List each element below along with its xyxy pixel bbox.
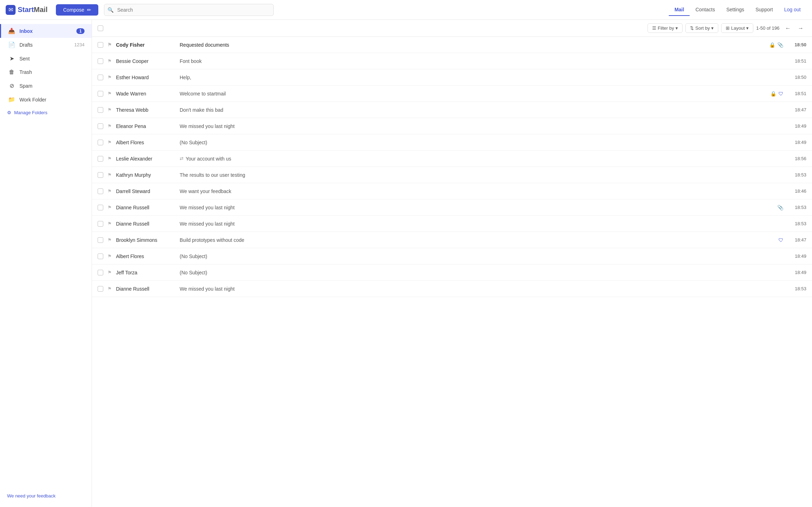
spam-icon: ⊘ [8,82,15,89]
email-flag[interactable]: ⚑ [107,286,112,292]
email-row[interactable]: ⚑Brooklyn SimmonsBuild prototypes withou… [92,232,812,248]
email-flag[interactable]: ⚑ [107,75,112,80]
sort-label: Sort by [695,25,710,31]
nav-mail[interactable]: Mail [669,4,690,16]
email-subject: We want your feedback [180,188,780,194]
compose-icon: ✏ [87,7,91,13]
email-flag[interactable]: ⚑ [107,254,112,259]
email-checkbox[interactable] [98,237,103,243]
email-flag[interactable]: ⚑ [107,270,112,275]
email-checkbox[interactable] [98,123,103,129]
email-row[interactable]: ⚑Esther HowardHelp,18:50 [92,69,812,86]
email-flag[interactable]: ⚑ [107,156,112,162]
email-flag[interactable]: ⚑ [107,58,112,64]
filter-button[interactable]: ☰ Filter by ▾ [648,23,683,33]
email-row[interactable]: ⚑Jeff Torza(No Subject)18:49 [92,264,812,281]
sidebar-item-drafts[interactable]: 📄 Drafts 1234 [0,38,92,52]
logo: ✉ StartMail [6,5,47,15]
email-subject: We missed you last night [180,123,780,129]
email-checkbox[interactable] [98,58,103,64]
email-checkbox[interactable] [98,91,103,97]
layout-button[interactable]: ⊞ Layout ▾ [721,23,753,33]
email-checkbox[interactable] [98,107,103,113]
sidebar-item-workfolder[interactable]: 📁 Work Folder [0,93,92,106]
compose-button[interactable]: Compose ✏ [56,4,98,16]
email-status-icons: 🔒🛡 [770,91,783,97]
email-flag[interactable]: ⚑ [107,205,112,210]
email-time: 18:50 [787,42,806,47]
email-time: 18:47 [787,237,806,243]
email-checkbox[interactable] [98,156,103,162]
compose-label: Compose [63,7,84,13]
email-checkbox[interactable] [98,205,103,210]
nav-support[interactable]: Support [750,4,778,16]
email-time: 18:49 [787,140,806,145]
search-input[interactable] [104,4,274,16]
email-row[interactable]: ⚑Albert Flores(No Subject)18:49 [92,248,812,264]
sidebar-item-sent[interactable]: ➤ Sent [0,52,92,65]
email-flag[interactable]: ⚑ [107,237,112,243]
email-row[interactable]: ⚑Darrell StewardWe want your feedback18:… [92,183,812,199]
feedback-link[interactable]: We need your feedback [7,493,56,499]
email-flag[interactable]: ⚑ [107,107,112,113]
email-flag[interactable]: ⚑ [107,172,112,178]
sort-icon: ⇅ [690,25,694,31]
prev-page-button[interactable]: ← [782,24,794,33]
manage-folders-label: Manage Folders [14,110,47,115]
logo-start: Start [18,6,34,13]
email-status-icons: 📎 [777,205,783,210]
gear-icon: ⚙ [7,110,11,115]
email-row[interactable]: ⚑Wade WarrenWelcome to startmail🔒🛡18:51 [92,86,812,102]
email-checkbox[interactable] [98,270,103,275]
email-row[interactable]: ⚑Leslie Alexander⇄Your account with us18… [92,151,812,167]
email-checkbox[interactable] [98,42,103,48]
sidebar-item-spam[interactable]: ⊘ Spam [0,79,92,93]
email-flag[interactable]: ⚑ [107,91,112,97]
email-subject: We missed you last night [180,286,780,292]
email-time: 18:46 [787,188,806,194]
email-checkbox[interactable] [98,221,103,227]
next-page-button[interactable]: → [795,24,806,33]
email-row[interactable]: ⚑Bessie CooperFont book18:51 [92,53,812,69]
nav-contacts[interactable]: Contacts [690,4,720,16]
email-flag[interactable]: ⚑ [107,221,112,227]
email-row[interactable]: ⚑Cody FisherRequested documents🔒📎18:50 [92,37,812,53]
nav-logout[interactable]: Log out [778,4,806,16]
email-time: 18:50 [787,75,806,80]
email-flag[interactable]: ⚑ [107,140,112,145]
nav-settings[interactable]: Settings [721,4,750,16]
email-row[interactable]: ⚑Theresa WebbDon't make this bad18:47 [92,102,812,118]
sidebar-label-spam: Spam [19,83,85,89]
sidebar-item-trash[interactable]: 🗑 Trash [0,65,92,79]
manage-folders[interactable]: ⚙ Manage Folders [0,106,92,119]
email-subject: Build prototypes without code [180,237,775,243]
email-checkbox[interactable] [98,172,103,178]
email-flag[interactable]: ⚑ [107,42,112,48]
sidebar-bottom: We need your feedback [0,489,92,503]
email-subject: The results to our user testing [180,172,780,178]
select-all-checkbox[interactable] [98,25,103,31]
shield-icon: 🛡 [778,91,783,97]
sidebar-item-inbox[interactable]: 📥 Inbox 1 [0,24,92,38]
inbox-badge: 1 [76,28,85,34]
sort-chevron: ▾ [711,25,714,31]
sort-button[interactable]: ⇅ Sort by ▾ [685,23,718,33]
email-checkbox[interactable] [98,188,103,194]
email-row[interactable]: ⚑Eleanor PenaWe missed you last night18:… [92,118,812,134]
email-checkbox[interactable] [98,75,103,80]
email-sender: Dianne Russell [116,286,176,292]
sidebar-label-drafts: Drafts [19,42,70,48]
email-row[interactable]: ⚑Dianne RussellWe missed you last night1… [92,281,812,297]
email-row[interactable]: ⚑Albert Flores(No Subject)18:49 [92,134,812,151]
email-flag[interactable]: ⚑ [107,123,112,129]
drafts-badge: 1234 [74,42,85,47]
email-row[interactable]: ⚑Kathryn MurphyThe results to our user t… [92,167,812,183]
email-checkbox[interactable] [98,286,103,292]
email-status-icons: 🛡 [778,237,783,243]
email-row[interactable]: ⚑Dianne RussellWe missed you last night1… [92,216,812,232]
email-flag[interactable]: ⚑ [107,188,112,194]
email-row[interactable]: ⚑Dianne RussellWe missed you last night📎… [92,199,812,216]
email-checkbox[interactable] [98,140,103,145]
sidebar-label-trash: Trash [19,69,85,75]
email-checkbox[interactable] [98,254,103,259]
